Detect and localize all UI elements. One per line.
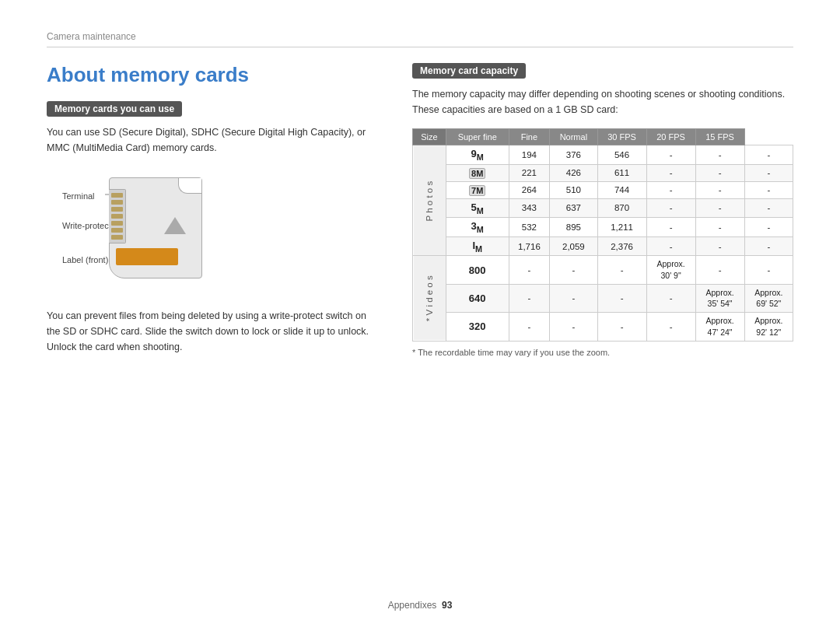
- 3m-superfine: 532: [509, 218, 550, 237]
- size-320: 320: [446, 313, 509, 341]
- 5m-15fps: -: [744, 198, 793, 218]
- 9m-normal: 546: [597, 145, 646, 165]
- content-columns: About memory cards Memory cards you can …: [47, 63, 793, 366]
- 7m-fine: 510: [550, 181, 597, 198]
- 3m-normal: 1,211: [597, 218, 646, 237]
- 7m-30fps: -: [646, 181, 695, 198]
- 640-20fps: Approx.35' 54": [695, 284, 744, 312]
- card-notch: [178, 178, 201, 194]
- capacity-intro: The memory capacity may differ depending…: [412, 86, 793, 117]
- capacity-badge: Memory card capacity: [412, 63, 526, 79]
- 1m-fine: 2,059: [550, 236, 597, 256]
- 9m-fine: 376: [550, 145, 597, 165]
- 320-15fps: Approx.92' 12": [744, 313, 793, 341]
- size-1m: IM: [446, 236, 509, 256]
- 800-normal: -: [597, 256, 646, 284]
- card-contacts: [109, 189, 126, 243]
- 3m-30fps: -: [646, 218, 695, 237]
- col-superfine: Super fine: [446, 129, 509, 145]
- size-800: 800: [446, 256, 509, 284]
- 640-30fps: -: [646, 284, 695, 312]
- 9m-20fps: -: [695, 145, 744, 165]
- col-30fps: 30 FPS: [597, 129, 646, 145]
- video-row-640: 640 - - - - Approx.35' 54" Approx.69' 52…: [413, 284, 793, 312]
- 640-normal: -: [597, 284, 646, 312]
- right-column: Memory card capacity The memory capacity…: [412, 63, 793, 366]
- 800-20fps: -: [695, 256, 744, 284]
- page: Camera maintenance About memory cards Me…: [0, 0, 840, 634]
- 5m-normal: 870: [597, 198, 646, 218]
- photo-row-7m: 7M 264 510 744 - - -: [413, 181, 793, 198]
- 640-fine: -: [550, 284, 597, 312]
- card-body: [109, 177, 202, 278]
- 320-normal: -: [597, 313, 646, 341]
- size-9m: 9M: [446, 145, 509, 165]
- col-size: Size: [413, 129, 446, 145]
- 5m-20fps: -: [695, 198, 744, 218]
- 8m-15fps: -: [744, 164, 793, 181]
- 3m-fine: 895: [550, 218, 597, 237]
- 7m-20fps: -: [695, 181, 744, 198]
- 3m-15fps: -: [744, 218, 793, 237]
- 800-fine: -: [550, 256, 597, 284]
- card-label-bar: [116, 248, 178, 265]
- 7m-15fps: -: [744, 181, 793, 198]
- 5m-fine: 637: [550, 198, 597, 218]
- 320-30fps: -: [646, 313, 695, 341]
- 9m-30fps: -: [646, 145, 695, 165]
- section1-text: You can use SD (Secure Digital), SDHC (S…: [47, 124, 381, 156]
- breadcrumb: Camera maintenance: [47, 31, 793, 47]
- 800-15fps: -: [744, 256, 793, 284]
- capacity-table: Size Super fine Fine Normal 30 FPS 20 FP…: [412, 128, 793, 342]
- 5m-30fps: -: [646, 198, 695, 218]
- 320-20fps: Approx.47' 24": [695, 313, 744, 341]
- col-20fps: 20 FPS: [646, 129, 695, 145]
- size-8m: 8M: [446, 164, 509, 181]
- section2-text: You can prevent files from being deleted…: [47, 308, 381, 355]
- left-column: About memory cards Memory cards you can …: [47, 63, 381, 366]
- footer-page: 93: [442, 600, 452, 611]
- 1m-normal: 2,376: [597, 236, 646, 256]
- col-15fps: 15 FPS: [695, 129, 744, 145]
- 9m-15fps: -: [744, 145, 793, 165]
- video-row-320: 320 - - - - Approx.47' 24" Approx.92' 12…: [413, 313, 793, 341]
- 7m-normal: 744: [597, 181, 646, 198]
- 800-30fps: Approx.30' 9": [646, 256, 695, 284]
- 640-15fps: Approx.69' 52": [744, 284, 793, 312]
- video-row-800: * V i d e o s 800 - - - Approx.30' 9" - …: [413, 256, 793, 284]
- 8m-fine: 426: [550, 164, 597, 181]
- 1m-superfine: 1,716: [509, 236, 550, 256]
- 800-superfine: -: [509, 256, 550, 284]
- photo-row-8m: 8M 221 426 611 - - -: [413, 164, 793, 181]
- 8m-normal: 611: [597, 164, 646, 181]
- photo-row-9m: P h o t o s 9M 194 376 546 - - -: [413, 145, 793, 165]
- photo-row-3m: 3M 532 895 1,211 - - -: [413, 218, 793, 237]
- size-7m: 7M: [446, 181, 509, 198]
- size-640: 640: [446, 284, 509, 312]
- table-footnote: * The recordable time may vary if you us…: [412, 348, 793, 357]
- 640-superfine: -: [509, 284, 550, 312]
- footer-text: Appendixes: [388, 600, 437, 611]
- 1m-20fps: -: [695, 236, 744, 256]
- footer: Appendixes 93: [0, 600, 840, 611]
- card-illustration: Terminal Write-protect switch Label (fro…: [62, 170, 233, 294]
- size-5m: 5M: [446, 198, 509, 218]
- videos-label: * V i d e o s: [413, 256, 446, 341]
- page-title: About memory cards: [47, 63, 381, 87]
- 1m-15fps: -: [744, 236, 793, 256]
- 320-superfine: -: [509, 313, 550, 341]
- photo-row-5m: 5M 343 637 870 - - -: [413, 198, 793, 218]
- 8m-superfine: 221: [509, 164, 550, 181]
- 320-fine: -: [550, 313, 597, 341]
- 8m-20fps: -: [695, 164, 744, 181]
- col-fine: Fine: [509, 129, 550, 145]
- 8m-30fps: -: [646, 164, 695, 181]
- section1-badge: Memory cards you can use: [47, 101, 182, 117]
- photo-row-1m: IM 1,716 2,059 2,376 - - -: [413, 236, 793, 256]
- 5m-superfine: 343: [509, 198, 550, 218]
- 3m-20fps: -: [695, 218, 744, 237]
- 9m-superfine: 194: [509, 145, 550, 165]
- col-normal: Normal: [550, 129, 597, 145]
- 7m-superfine: 264: [509, 181, 550, 198]
- card-triangle: [164, 217, 186, 234]
